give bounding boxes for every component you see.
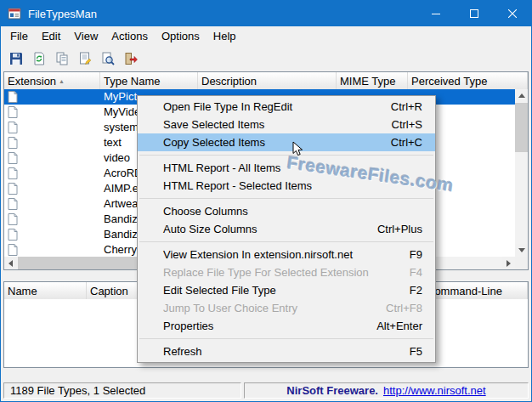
type-name-cell: system (104, 120, 139, 135)
file-icon (8, 106, 18, 118)
menu-item-copy-selected-items[interactable]: Copy Selected ItemsCtrl+C (138, 133, 435, 151)
save-button[interactable] (7, 49, 25, 68)
column-header-label: MIME Type (340, 75, 396, 88)
exit-button[interactable] (122, 49, 140, 68)
menu-item-shortcut: Ctrl+R (391, 100, 422, 113)
vertical-scrollbar-thumb[interactable] (515, 103, 528, 152)
menu-item-label: HTML Report - All Items (163, 161, 280, 174)
type-name-cell: Bandizi (104, 227, 140, 242)
menu-item-label: Replace File Type For Selected Extension (163, 266, 369, 279)
menu-item-label: HTML Report - Selected Items (163, 179, 312, 192)
find-button[interactable] (99, 49, 117, 68)
vertical-scrollbar[interactable] (515, 89, 528, 257)
menu-separator (139, 338, 433, 339)
menu-bar: FileEditViewActionsOptionsHelp (1, 26, 531, 46)
menu-item-html-report-all-items[interactable]: HTML Report - All Items (138, 159, 435, 177)
column-header-description[interactable]: Description (198, 72, 337, 89)
arrow-right-icon (507, 260, 511, 267)
menu-item-label: View Extension In extension.nirsoft.net (163, 248, 353, 261)
menu-item-properties[interactable]: PropertiesAlt+Enter (138, 317, 435, 335)
menu-item-label: Properties (163, 320, 213, 332)
file-icon (8, 198, 18, 210)
menu-separator (139, 198, 433, 199)
arrow-left-icon (8, 260, 13, 267)
menu-separator (139, 241, 433, 242)
menu-item-auto-size-columns[interactable]: Auto Size ColumnsCtrl+Plus (138, 220, 435, 238)
save-icon (9, 52, 23, 65)
arrow-down-icon (518, 248, 525, 252)
menubar-item-options[interactable]: Options (155, 27, 207, 45)
file-icon (8, 229, 18, 241)
menu-item-shortcut: Ctrl+S (392, 118, 422, 131)
type-name-cell: Bandizi (104, 212, 140, 227)
type-name-cell: text (104, 135, 122, 150)
menu-item-edit-selected-file-type[interactable]: Edit Selected File TypeF2 (138, 281, 435, 299)
file-icon (8, 167, 18, 179)
status-count-text: 1189 File Types, 1 Selected (10, 384, 145, 397)
window-title: FileTypesMan (28, 8, 97, 20)
menubar-item-help[interactable]: Help (207, 27, 243, 45)
scroll-up-button[interactable] (515, 89, 528, 102)
column-header-label: Extension (8, 75, 56, 88)
bottom-column-header-name[interactable]: Name (4, 282, 87, 299)
close-button[interactable] (493, 1, 531, 26)
menu-item-shortcut: Ctrl+Plus (377, 223, 422, 235)
title-bar[interactable]: FileTypesMan (1, 1, 531, 26)
menu-item-label: Save Selected Items (163, 118, 264, 131)
nirsoft-link[interactable]: http://www.nirsoft.net (383, 384, 486, 397)
menu-item-shortcut: F2 (410, 284, 422, 297)
find-icon (101, 52, 115, 65)
file-icon (8, 183, 18, 195)
column-header-type-name[interactable]: Type Name (100, 72, 198, 89)
menu-item-label: Jump To User Choice Entry (163, 302, 297, 314)
menubar-item-edit[interactable]: Edit (35, 27, 67, 45)
properties-button[interactable] (76, 49, 94, 68)
file-icon (8, 213, 18, 225)
menubar-item-file[interactable]: File (3, 27, 35, 45)
menu-item-label: Open File Type In RegEdit (163, 100, 292, 113)
menubar-item-actions[interactable]: Actions (105, 27, 155, 45)
arrow-up-icon (518, 93, 525, 98)
menu-item-view-extension-in-extension-nirsoft-net[interactable]: View Extension In extension.nirsoft.netF… (138, 246, 435, 263)
type-name-cell: MyPict (104, 89, 137, 105)
scroll-down-button[interactable] (515, 244, 528, 257)
menu-item-refresh[interactable]: RefreshF5 (138, 343, 435, 360)
minimize-button[interactable] (416, 1, 455, 26)
column-header-label: Perceived Type (411, 75, 487, 88)
bottom-column-header-command-line[interactable]: Command-Line (423, 282, 528, 299)
type-name-cell: MyVide (104, 105, 140, 120)
context-menu: Open File Type In RegEditCtrl+RSave Sele… (137, 95, 436, 363)
column-header-label: Type Name (104, 75, 160, 88)
menu-item-save-selected-items[interactable]: Save Selected ItemsCtrl+S (138, 116, 435, 133)
list-column-headers: Extension▲Type NameDescriptionMIME TypeP… (4, 72, 528, 90)
status-cell-count: 1189 File Types, 1 Selected (3, 382, 241, 399)
menu-item-shortcut: F9 (410, 248, 422, 261)
menubar-item-view[interactable]: View (67, 27, 105, 45)
status-cell-brand: NirSoft Freeware. http://www.nirsoft.net (244, 382, 529, 399)
menu-item-shortcut: Alt+Enter (376, 320, 422, 332)
minimize-icon (432, 8, 440, 20)
scroll-right-button[interactable] (502, 257, 515, 269)
copy-button[interactable] (53, 49, 71, 68)
menu-item-open-file-type-in-regedit[interactable]: Open File Type In RegEditCtrl+R (138, 98, 435, 116)
menu-item-shortcut: F4 (410, 266, 422, 279)
column-header-extension[interactable]: Extension▲ (4, 72, 100, 89)
menu-item-html-report-selected-items[interactable]: HTML Report - Selected Items (138, 177, 435, 195)
maximize-button[interactable] (455, 1, 493, 26)
bottom-column-header-label: Command-Line (427, 285, 502, 297)
scroll-left-button[interactable] (4, 257, 17, 269)
menu-item-label: Copy Selected Items (163, 136, 265, 149)
column-header-perceived-type[interactable]: Perceived Type (408, 72, 528, 89)
file-icon (8, 152, 18, 164)
menu-item-replace-file-type-for-selected-extension: Replace File Type For Selected Extension… (138, 263, 435, 281)
menu-item-choose-columns[interactable]: Choose Columns (138, 202, 435, 220)
column-header-mime-type[interactable]: MIME Type (337, 72, 408, 89)
menu-item-shortcut: Ctrl+F8 (386, 302, 422, 314)
refresh-button[interactable] (30, 49, 48, 68)
app-window: FileTypesMan FileEditViewActionsOptionsH… (0, 0, 532, 402)
sort-asc-icon: ▲ (59, 78, 65, 84)
status-bar: 1189 File Types, 1 Selected NirSoft Free… (1, 380, 531, 401)
menu-item-shortcut: F5 (410, 345, 422, 358)
maximize-icon (470, 8, 478, 20)
bottom-column-header-label: Caption (90, 285, 128, 297)
